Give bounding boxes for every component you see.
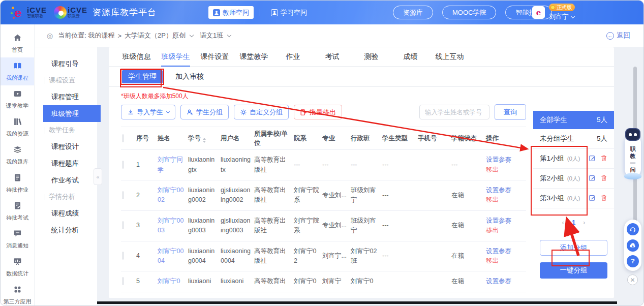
breadcrumb-class[interactable]: 语文1班 xyxy=(200,31,223,40)
column-header: 专业 xyxy=(322,134,351,143)
side-menu-item[interactable]: 班级管理 xyxy=(43,105,101,122)
download-button[interactable] xyxy=(627,239,639,252)
import-students-button[interactable]: 导入学生 xyxy=(121,105,175,119)
tab-班级学生[interactable]: 班级学生 xyxy=(156,47,195,67)
rail-item[interactable]: 我的课程 xyxy=(1,57,34,85)
rail-item[interactable]: 首页 xyxy=(1,29,34,57)
support-headset-button[interactable] xyxy=(627,223,639,235)
cell-student-name[interactable]: 刘宵宁0003 xyxy=(158,216,188,236)
side-menu-item[interactable]: 统计分析 xyxy=(35,222,97,238)
op-set-contest-link[interactable]: 设置参赛 xyxy=(486,216,514,226)
side-menu-item[interactable]: 作业考试 xyxy=(35,172,97,189)
row-checkbox[interactable] xyxy=(122,252,124,260)
user-menu[interactable]: 刘宵宁 xyxy=(549,12,575,21)
query-button[interactable]: 查询 xyxy=(495,104,526,120)
rail-item[interactable]: 我的题库 xyxy=(1,141,34,169)
add-group-button[interactable]: 添加分组 xyxy=(540,240,607,256)
tab-线上互动[interactable]: 线上互动 xyxy=(430,47,469,67)
tab-join-review[interactable]: 加入审核 xyxy=(175,72,204,81)
tab-作业[interactable]: 作业 xyxy=(273,47,313,67)
op-remove-link[interactable]: 移出 xyxy=(486,195,514,205)
top-nav-pill[interactable]: MOOC学院 xyxy=(442,6,496,19)
rail-item[interactable]: 第三方应用 xyxy=(1,281,34,306)
batch-remove-button[interactable]: 批量移出 xyxy=(294,105,342,119)
group-row[interactable]: 第2小组 (0人) xyxy=(533,169,614,189)
cell-student-name[interactable]: 刘宵宁0 xyxy=(158,277,188,286)
rail-item[interactable]: 待批作业 xyxy=(1,169,34,197)
learning-space-button[interactable]: 学习空间 xyxy=(266,6,312,19)
teacher-space-button[interactable]: 教师空间 xyxy=(208,6,254,19)
edit-icon[interactable] xyxy=(589,194,596,203)
tab-课堂教学[interactable]: 课堂教学 xyxy=(234,47,273,67)
chevron-down-icon[interactable] xyxy=(190,33,194,37)
edit-icon[interactable] xyxy=(589,174,596,183)
cell-major: 刘宵宁... xyxy=(322,251,351,261)
op-set-contest-link[interactable]: 设置参赛 xyxy=(486,247,514,256)
page-current[interactable]: 1 xyxy=(572,219,575,226)
op-remove-link[interactable]: 移出 xyxy=(486,256,514,266)
tab-课件设置[interactable]: 课件设置 xyxy=(195,47,234,67)
back-label: 返回 xyxy=(617,31,630,40)
rail-item[interactable]: 数据统计 xyxy=(1,253,34,281)
cell-student-type: --- xyxy=(382,160,418,170)
cell-row-no: 2 xyxy=(136,191,158,200)
edit-icon[interactable] xyxy=(589,155,596,163)
select-all-checkbox[interactable] xyxy=(122,134,124,142)
page-title: 资源库教学平台 xyxy=(93,7,157,18)
back-button[interactable]: ← 返回 xyxy=(606,31,630,40)
sort-icon[interactable] xyxy=(203,138,206,143)
page-prev-icon[interactable]: ‹ xyxy=(562,219,564,226)
help-button[interactable]: ? xyxy=(627,255,639,267)
side-menu-item[interactable]: 课程引导 xyxy=(35,55,97,72)
close-rail-icon[interactable]: ✕ xyxy=(627,274,638,285)
zhijiao-assistant-widget[interactable]: 职教一问 xyxy=(623,128,643,179)
rail-item[interactable]: 待批考试 xyxy=(1,197,34,225)
cell-student-name[interactable]: 刘宵宁0004 xyxy=(158,247,188,266)
rail-item[interactable]: 消息通知 xyxy=(1,225,34,253)
rail-item[interactable]: 我的资源 xyxy=(1,113,34,141)
top-nav-pill[interactable]: 资源库 xyxy=(393,6,433,19)
side-menu-item[interactable]: 课程管理 xyxy=(35,88,97,105)
chevron-down-icon[interactable] xyxy=(227,33,231,37)
group-row[interactable]: 第3小组 (0人) xyxy=(533,189,614,208)
page-next-icon[interactable]: › xyxy=(583,219,585,226)
op-remove-link[interactable]: 移出 xyxy=(486,165,514,175)
op-set-contest-link[interactable]: 设置参赛 xyxy=(486,277,514,286)
row-checkbox[interactable] xyxy=(122,191,124,199)
row-checkbox[interactable] xyxy=(122,221,124,229)
breadcrumb-prefix[interactable]: 当前位置: 我的课程 xyxy=(58,31,114,40)
row-checkbox[interactable] xyxy=(122,161,124,169)
avatar[interactable]: e xyxy=(532,6,545,19)
group-all-students[interactable]: 全部学生 5人 xyxy=(533,111,614,129)
tab-考试[interactable]: 考试 xyxy=(313,47,352,67)
group-ungrouped-students[interactable]: 未分组学生 5人 xyxy=(533,129,614,149)
side-menu-item[interactable]: 课程题库 xyxy=(35,155,97,172)
trash-icon[interactable] xyxy=(600,174,607,183)
trash-icon[interactable] xyxy=(600,155,607,163)
tab-成绩[interactable]: 成绩 xyxy=(391,47,430,67)
op-set-contest-link[interactable]: 设置参赛 xyxy=(486,155,514,165)
breadcrumb-course[interactable]: 大学语文（2P）原创 xyxy=(125,31,186,40)
search-input[interactable] xyxy=(419,105,489,119)
cell-student-name[interactable]: 刘宵宁0002 xyxy=(158,186,188,205)
rail-item[interactable]: 课堂教学 xyxy=(1,85,34,113)
tab-测验[interactable]: 测验 xyxy=(352,47,391,67)
tab-student-management[interactable]: 学生管理 xyxy=(122,70,163,83)
cell-operations: 设置参赛移出 xyxy=(486,216,517,236)
auto-group-button[interactable]: 一键分组 xyxy=(540,262,607,279)
custom-grouping-button[interactable]: 自定义分组 xyxy=(234,105,289,119)
row-checkbox[interactable] xyxy=(122,277,124,285)
cell-student-id: liuxiaoning0004 xyxy=(188,247,221,266)
cell-admin-class: 班级刘宵宁 xyxy=(351,186,382,205)
sidebar-collapse-handle[interactable]: « xyxy=(94,168,102,185)
tab-班级信息[interactable]: 班级信息 xyxy=(117,47,156,67)
column-header: 手机号 xyxy=(418,134,451,143)
side-menu-item[interactable]: 课程成绩 xyxy=(35,205,97,222)
group-row[interactable]: 第1小组 (0人) xyxy=(533,149,614,169)
op-remove-link[interactable]: 移出 xyxy=(486,226,514,235)
student-grouping-button[interactable]: 学生分组 xyxy=(180,105,229,119)
trash-icon[interactable] xyxy=(600,194,607,203)
side-menu-item[interactable]: 课程设计 xyxy=(35,138,97,155)
op-set-contest-link[interactable]: 设置参赛 xyxy=(486,186,514,195)
cell-student-name[interactable]: 刘宵宁同学 xyxy=(158,155,188,175)
